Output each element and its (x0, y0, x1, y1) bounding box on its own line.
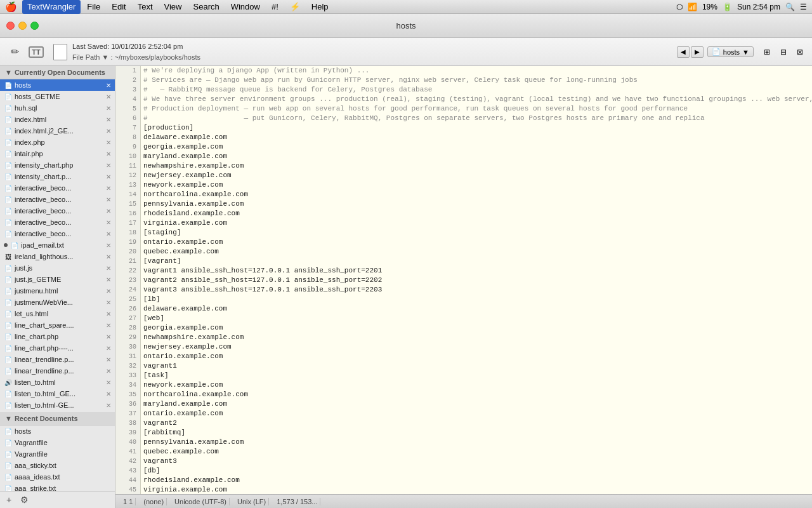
menubar-window[interactable]: Window (226, 0, 265, 14)
close-icon[interactable]: ✕ (105, 264, 112, 272)
list-icon[interactable]: ☰ (800, 3, 807, 11)
add-document-button[interactable]: + (3, 494, 15, 505)
close-icon[interactable]: ✕ (105, 367, 112, 375)
nav-back-button[interactable]: ◀ (677, 46, 690, 58)
close-icon[interactable]: ✕ (105, 390, 112, 398)
menubar-file[interactable]: File (82, 0, 105, 14)
recent-item-vagrantfile-1[interactable]: 📄 Vagrantfile (0, 437, 115, 448)
gear-button[interactable]: ⚙ (18, 494, 30, 505)
sidebar-item-ipad-email[interactable]: 📄 ipad_email.txt ✕ (0, 239, 115, 251)
sidebar-item-listen-to-html-ge2[interactable]: 📄 listen_to.html-GE... ✕ (0, 399, 115, 411)
close-icon[interactable]: ✕ (105, 150, 112, 157)
view-icon-2[interactable]: ⊟ (776, 45, 790, 59)
close-icon[interactable]: ✕ (105, 344, 112, 352)
close-icon[interactable]: ✕ (105, 104, 112, 112)
recent-item-vagrantfile-2[interactable]: 📄 Vagrantfile (0, 448, 115, 460)
recent-item-aaa-strike[interactable]: 📄 aaa_strike.txt (0, 483, 115, 491)
sidebar-item-intair-php[interactable]: 📄 intair.php ✕ (0, 148, 115, 159)
close-icon[interactable]: ✕ (105, 196, 112, 203)
filename-badge[interactable]: 📄 hosts ▼ (707, 46, 754, 57)
syntax-selector[interactable]: (none) (141, 498, 167, 505)
sidebar-item-listen-to-html[interactable]: 🔊 listen_to.html ✕ (0, 377, 115, 388)
sidebar-item-just-js[interactable]: 📄 just.js ✕ (0, 262, 115, 274)
sidebar-item-let-us-html[interactable]: 📄 let_us.html ✕ (0, 308, 115, 319)
recent-item-aaaa-ideas[interactable]: 📄 aaaa_ideas.txt (0, 471, 115, 483)
apple-menu[interactable]: 🍎 (5, 1, 17, 13)
close-icon[interactable]: ✕ (105, 184, 112, 192)
sidebar-item-hosts-getme[interactable]: 📄 hosts_GETME ✕ (0, 91, 115, 102)
close-icon[interactable]: ✕ (105, 298, 112, 306)
close-icon[interactable]: ✕ (105, 241, 112, 249)
sidebar-item-index-php[interactable]: 📄 index.php ✕ (0, 137, 115, 148)
sidebar-item-interactive-beco-1[interactable]: 📄 interactive_beco... ✕ (0, 182, 115, 194)
file-info: Last Saved: 10/01/2016 2:52:04 pm File P… (72, 41, 674, 62)
close-icon[interactable]: ✕ (105, 378, 112, 386)
menubar-view[interactable]: View (159, 0, 187, 14)
close-icon[interactable]: ✕ (105, 310, 112, 318)
sidebar-item-hosts[interactable]: 📄 hosts ✕ (0, 79, 115, 91)
sidebar-item-huh-sql[interactable]: 📄 huh.sql ✕ (0, 102, 115, 114)
sidebar-item-linear-trendline-1[interactable]: 📄 linear_trendline.p... ✕ (0, 354, 115, 365)
close-button[interactable] (6, 22, 15, 30)
close-icon[interactable]: ✕ (105, 333, 112, 340)
sidebar-item-listen-to-html-ge[interactable]: 📄 listen_to.html_GE... ✕ (0, 388, 115, 399)
menubar-help[interactable]: Help (306, 0, 334, 14)
close-icon[interactable]: ✕ (105, 218, 112, 226)
sidebar-item-intensity-chart-p[interactable]: 📄 intensity_chart.p... ✕ (0, 171, 115, 182)
open-docs-header[interactable]: ▼ Currently Open Documents (0, 66, 115, 79)
file-path[interactable]: File Path ▼ : ~/myboxes/playbooks/hosts (72, 52, 674, 63)
line-ending-selector[interactable]: Unix (LF) (235, 498, 269, 505)
menubar-app[interactable]: TextWrangler (22, 0, 81, 14)
close-icon[interactable]: ✕ (105, 356, 112, 363)
editor-content[interactable]: 1234567891011121314151617181920212223242… (115, 66, 812, 494)
menubar-search[interactable]: Search (188, 0, 225, 14)
sidebar-item-line-chart-php[interactable]: 📄 line_chart.php ✕ (0, 331, 115, 342)
recent-item-hosts[interactable]: 📄 hosts (0, 425, 115, 437)
close-icon[interactable]: ✕ (105, 161, 112, 169)
sidebar-item-linear-trendline-2[interactable]: 📄 linear_trendline.p... ✕ (0, 365, 115, 377)
minimize-button[interactable] (18, 22, 27, 30)
recent-item-aaa-sticky[interactable]: 📄 aaa_sticky.txt (0, 460, 115, 471)
maximize-button[interactable] (30, 22, 39, 30)
pencil-button[interactable]: ✏ (5, 43, 24, 61)
close-icon[interactable]: ✕ (105, 138, 112, 146)
code-editor[interactable]: # We're deploying a Django App (written … (141, 66, 812, 494)
sidebar-item-ireland-lighthouse[interactable]: 🖼 ireland_lighthous... ✕ (0, 251, 115, 262)
menubar-hash[interactable]: #! (266, 0, 284, 14)
sidebar-item-just-js-getme[interactable]: 📄 just.js_GETME ✕ (0, 274, 115, 285)
sidebar-item-interactive-beco-3[interactable]: 📄 interactive_beco... ✕ (0, 205, 115, 217)
search-icon[interactable]: 🔍 (785, 3, 795, 11)
close-icon[interactable]: ✕ (105, 287, 112, 295)
close-icon[interactable]: ✕ (105, 276, 112, 283)
sidebar-item-justmenu-html[interactable]: 📄 justmenu.html ✕ (0, 285, 115, 297)
battery-icon: 🔋 (723, 3, 732, 11)
close-icon[interactable]: ✕ (105, 127, 112, 135)
sidebar-item-index-html[interactable]: 📄 index.html ✕ (0, 114, 115, 125)
encoding-selector[interactable]: Unicode (UTF-8) (172, 498, 230, 505)
sidebar-item-intensity-chart-php[interactable]: 📄 intensity_chart.php ✕ (0, 159, 115, 171)
close-icon[interactable]: ✕ (105, 207, 112, 215)
menubar-edit[interactable]: Edit (107, 0, 131, 14)
close-icon[interactable]: ✕ (105, 93, 112, 100)
sidebar-item-line-chart-php2[interactable]: 📄 line_chart.php----... ✕ (0, 342, 115, 354)
close-icon[interactable]: ✕ (105, 81, 112, 89)
view-icon-3[interactable]: ⊠ (793, 45, 807, 59)
sidebar-item-justmenu-webvie[interactable]: 📄 justmenuWebVie... ✕ (0, 297, 115, 308)
nav-forward-button[interactable]: ▶ (691, 46, 704, 58)
sidebar-item-index-html-j2[interactable]: 📄 index.html.j2_GE... ✕ (0, 125, 115, 137)
sidebar-item-interactive-beco-2[interactable]: 📄 interactive_beco... ✕ (0, 194, 115, 205)
sidebar-item-interactive-beco-4[interactable]: 📄 interactive_beco... ✕ (0, 217, 115, 228)
sidebar-item-line-chart-spare[interactable]: 📄 line_chart_spare.... ✕ (0, 319, 115, 331)
close-icon[interactable]: ✕ (105, 116, 112, 123)
recent-docs-header[interactable]: ▼ Recent Documents (0, 412, 115, 425)
close-icon[interactable]: ✕ (105, 230, 112, 237)
menubar-text[interactable]: Text (133, 0, 158, 14)
close-icon[interactable]: ✕ (105, 253, 112, 260)
sidebar-item-interactive-beco-5[interactable]: 📄 interactive_beco... ✕ (0, 228, 115, 239)
tt-button[interactable]: TT (27, 43, 46, 61)
close-icon[interactable]: ✕ (105, 401, 112, 409)
view-icon-1[interactable]: ⊞ (760, 45, 774, 59)
close-icon[interactable]: ✕ (105, 321, 112, 329)
menubar-bolt[interactable]: ⚡ (285, 0, 305, 14)
close-icon[interactable]: ✕ (105, 173, 112, 180)
